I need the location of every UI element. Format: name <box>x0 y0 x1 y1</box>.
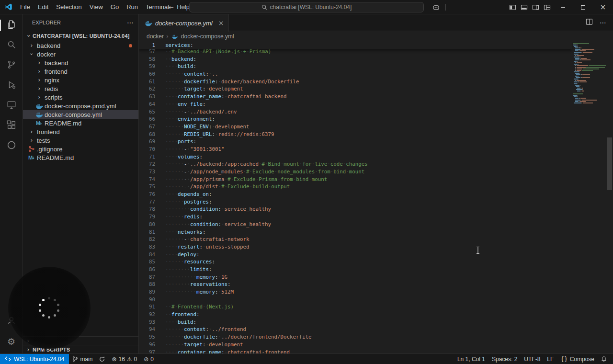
eol-indicator[interactable]: LF <box>544 354 557 364</box>
command-center-search[interactable]: chatcraftai [WSL: Ubuntu-24.04] <box>189 2 424 12</box>
tree-item-frontend[interactable]: ›frontend <box>23 67 138 76</box>
tree-item-readme-md[interactable]: MREADME.md <box>23 119 138 127</box>
code-line[interactable]: 84····deploy: <box>139 251 572 259</box>
cursor-position[interactable]: Ln 1, Col 1 <box>454 354 488 364</box>
branch-indicator[interactable]: main <box>69 354 96 364</box>
maximize-button[interactable] <box>573 0 593 14</box>
code-line[interactable]: 71····volumes: <box>139 153 572 161</box>
code-line[interactable]: 61······dockerfile:·docker/backend/Docke… <box>139 78 572 86</box>
toggle-secondary-sidebar-icon[interactable] <box>530 0 541 14</box>
code-line[interactable]: 63····container_name:·chatcraftai-backen… <box>139 93 572 101</box>
breadcrumb-folder[interactable]: docker <box>147 33 164 40</box>
ports-indicator[interactable]: ⊘ 0 <box>140 354 157 364</box>
sticky-scroll[interactable]: 1services: <box>139 42 572 49</box>
code-line[interactable]: 59····build: <box>139 63 572 70</box>
editor-more-actions-icon[interactable]: ⋯ <box>600 19 606 26</box>
project-root-row[interactable]: › CHATCRAFTAI [WSL: UBUNTU-24.04] <box>23 31 138 41</box>
toggle-primary-sidebar-icon[interactable] <box>507 0 518 14</box>
back-icon[interactable]: ← <box>169 4 174 11</box>
scrollbar-thumb[interactable] <box>607 137 612 190</box>
code-line[interactable]: 73······-·/app/node_modules·#·Exclude·no… <box>139 168 572 176</box>
menu-view[interactable]: View <box>86 0 107 14</box>
breadcrumb-file[interactable]: docker-compose.yml <box>181 33 234 40</box>
code-line[interactable]: 72······-·../backend:/app:cached·#·Bind·… <box>139 160 572 168</box>
menu-go[interactable]: Go <box>107 0 123 14</box>
code-line[interactable]: 75······-·/app/dist·#·Exclude·build·outp… <box>139 183 572 191</box>
close-window-button[interactable]: × <box>593 0 613 14</box>
code-line[interactable]: 76····depends_on: <box>139 191 572 198</box>
code-line[interactable]: 74······-·/app/prisma·#·Exclude·Prisma·f… <box>139 176 572 183</box>
code-line[interactable]: 67······NODE_ENV:·development <box>139 123 572 131</box>
tree-item-frontend[interactable]: ›frontend <box>23 127 138 136</box>
tree-item-nginx[interactable]: ›nginx <box>23 76 138 84</box>
code-line[interactable]: 97····container_name:·chatcraftai-fronte… <box>139 349 572 354</box>
code-line[interactable]: 90 <box>139 296 572 304</box>
code-line[interactable]: 87··········memory:·1G <box>139 273 572 281</box>
code-line[interactable]: 89··········memory:·512M <box>139 288 572 296</box>
split-editor-icon[interactable] <box>586 18 593 27</box>
code-line[interactable]: 69····ports: <box>139 138 572 146</box>
close-tab-icon[interactable]: × <box>218 19 224 27</box>
code-line[interactable]: 79······redis: <box>139 213 572 221</box>
code-line[interactable]: 81····networks: <box>139 228 572 236</box>
menu-selection[interactable]: Selection <box>52 0 85 14</box>
menu-file[interactable]: File <box>16 0 34 14</box>
breadcrumb[interactable]: docker › docker-compose.yml <box>139 31 613 42</box>
code-line[interactable]: 64····env_file: <box>139 101 572 108</box>
code-line[interactable]: 58··backend: <box>139 56 572 63</box>
activity-source-control[interactable] <box>0 56 23 76</box>
activity-explorer[interactable] <box>0 15 23 35</box>
editor-body[interactable]: 57··#·Backend·API·(Node.js·+·Prisma)58··… <box>139 42 613 353</box>
menu-run[interactable]: Run <box>123 0 142 14</box>
activity-search[interactable] <box>0 35 23 56</box>
tree-item-readme-md[interactable]: MREADME.md <box>23 153 138 162</box>
customize-layout-icon[interactable] <box>541 0 553 14</box>
copilot-icon[interactable] <box>430 0 442 14</box>
more-actions-icon[interactable]: ⋯ <box>127 19 134 26</box>
code-line[interactable]: 94······context:·../frontend <box>139 326 572 333</box>
code-line[interactable]: 66····environment: <box>139 115 572 123</box>
forward-icon[interactable]: → <box>181 4 186 11</box>
code-line[interactable]: 65······-·../backend/.env <box>139 108 572 116</box>
tree-item-redis[interactable]: ›redis <box>23 84 138 93</box>
encoding-indicator[interactable]: UTF-8 <box>521 354 544 364</box>
tree-item-backend[interactable]: ›backend <box>23 58 138 67</box>
notifications-button[interactable] <box>598 354 610 364</box>
code-line[interactable]: 68······REDIS_URL:·redis://redis:6379 <box>139 131 572 138</box>
menu-edit[interactable]: Edit <box>34 0 52 14</box>
sync-button[interactable] <box>96 354 108 364</box>
tree-item-docker[interactable]: ›docker <box>23 50 138 58</box>
tree-item-backend[interactable]: ›backend <box>23 41 138 50</box>
tree-item-docker-compose-prod-yml[interactable]: docker-compose.prod.yml <box>23 102 138 110</box>
code-line[interactable]: 91··#·Frontend·(Next.js) <box>139 303 572 311</box>
tab-docker-compose-yml[interactable]: docker-compose.yml × <box>139 14 229 32</box>
code-line[interactable]: 86········limits: <box>139 266 572 273</box>
code-line[interactable]: 82······-·chatcraftai-network <box>139 236 572 243</box>
code-line[interactable]: 95······dockerfile:·../docker/frontend/D… <box>139 333 572 341</box>
code-line[interactable]: 70······-·"3001:3001" <box>139 146 572 153</box>
activity-extensions[interactable] <box>0 116 23 136</box>
code-line[interactable]: 80········condition:·service_healthy <box>139 221 572 228</box>
problems-indicator[interactable]: ⊗ 16 ⚠ 0 <box>108 354 140 364</box>
code-line[interactable]: 60······context:·.. <box>139 70 572 78</box>
indentation-indicator[interactable]: Spaces: 2 <box>488 354 521 364</box>
minimize-button[interactable] <box>553 0 573 14</box>
activity-extension-circle[interactable] <box>0 136 23 156</box>
code-line[interactable]: 62······target:·development <box>139 85 572 93</box>
language-indicator[interactable]: {} Compose <box>557 354 598 364</box>
code-line[interactable]: 93····build: <box>139 318 572 326</box>
code-line[interactable]: 78········condition:·service_healthy <box>139 205 572 213</box>
tree-item-tests[interactable]: ›tests <box>23 136 138 145</box>
activity-remote-explorer[interactable] <box>0 96 23 116</box>
code-line[interactable]: 88········reservations: <box>139 281 572 288</box>
tree-item--gitignore[interactable]: .gitignore <box>23 145 138 153</box>
toggle-panel-icon[interactable] <box>518 0 530 14</box>
minimap[interactable] <box>572 42 606 353</box>
editor-scrollbar[interactable] <box>606 42 613 353</box>
code-line[interactable]: 85······resources: <box>139 258 572 266</box>
code-line[interactable]: 96······target:·development <box>139 341 572 349</box>
code-line[interactable]: 83····restart:·unless-stopped <box>139 243 572 251</box>
activity-run-debug[interactable] <box>0 76 23 96</box>
code-line[interactable]: 77······postgres: <box>139 198 572 206</box>
code-line[interactable]: 1services: <box>139 42 572 49</box>
